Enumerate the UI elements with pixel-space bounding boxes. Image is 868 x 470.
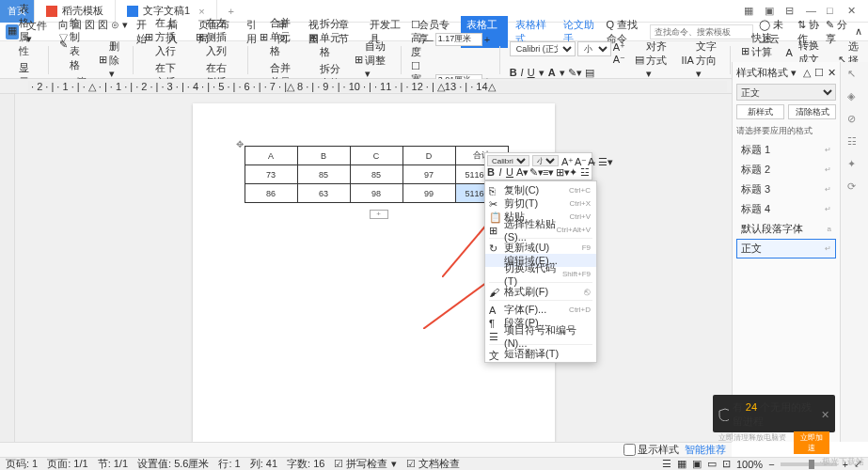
toast-text: 有 24 个无用的残留进程	[733, 400, 817, 429]
sb-limit-icon[interactable]: ⊘	[847, 113, 862, 128]
cell[interactable]: 63	[297, 184, 350, 203]
merge-cells[interactable]: ⊞ 合并单元格	[258, 15, 300, 59]
insert-left[interactable]: ⊞ 在左侧插入列	[194, 15, 238, 59]
col-header[interactable]: D	[402, 147, 455, 165]
col-header[interactable]: B	[297, 147, 350, 165]
view-mode-icon[interactable]: ⊡	[722, 458, 731, 470]
status-doc-check[interactable]: ☑ 文档检查	[406, 457, 460, 470]
underline-icon[interactable]: U	[506, 166, 513, 177]
font-color-icon[interactable]: A▾	[516, 166, 527, 177]
split-cells[interactable]: ⊞ 拆分单元格	[308, 16, 345, 60]
delete[interactable]: ⊞删除 ▾	[97, 39, 123, 81]
grow-font-icon[interactable]: A⁺	[561, 156, 572, 166]
insert-above[interactable]: ⊞ 在上方插入行	[143, 15, 187, 59]
autofit[interactable]: ⊞自动调整 ▾	[353, 39, 391, 81]
box-icon[interactable]: ▣	[765, 5, 778, 18]
cleanup-toast: 有 24 个无用的残留进程 ✕ 立即清理释放电脑资源 立即加速	[713, 395, 835, 432]
panel-opts-icon[interactable]: ☐	[814, 67, 824, 79]
cell[interactable]: 85	[297, 165, 350, 184]
segment-icon[interactable]: ⊟	[785, 5, 798, 18]
cell[interactable]: 85	[350, 165, 402, 184]
style-item[interactable]: 标题 3↵	[736, 180, 836, 199]
panel-close-icon[interactable]: ✕	[828, 67, 836, 79]
ctx-translate[interactable]: 文短语翻译(T)	[485, 347, 596, 360]
cell[interactable]: 73	[245, 165, 297, 184]
show-styles-check[interactable]: 显示样式	[623, 443, 679, 457]
cell[interactable]: 99	[402, 184, 455, 203]
status-row: 行: 1	[218, 457, 240, 470]
mini-size[interactable]: 小四	[532, 155, 559, 166]
search-input[interactable]	[650, 24, 753, 39]
app-icon[interactable]: ▦	[744, 5, 757, 18]
height-input[interactable]	[435, 33, 482, 46]
ctx-bullets[interactable]: ☰项目符号和编号(N)...	[485, 329, 596, 342]
toast-close-icon[interactable]: ✕	[821, 409, 829, 421]
col-header[interactable]: A	[245, 147, 297, 165]
table-properties[interactable]: ▦ 表格属性	[6, 1, 39, 59]
view-mode-icon[interactable]: ▣	[692, 458, 702, 470]
text-direction[interactable]: IIA文字方向 ▾	[679, 39, 719, 81]
font-icon: A	[489, 305, 498, 314]
ctx-format-painter[interactable]: 🖌格式刷(F)⎋	[485, 285, 596, 298]
ctx-paste-special[interactable]: ⊞选择性粘贴(S)...Ctrl+Alt+V	[485, 223, 596, 236]
fontsize-select[interactable]: 小四	[577, 41, 611, 56]
bold-icon[interactable]: B	[487, 166, 495, 177]
status-section: 节: 1/1	[98, 457, 128, 470]
smart-recommend[interactable]: 智能推荐	[685, 443, 726, 457]
ctx-copy[interactable]: ⎘复制(C)Ctrl+C	[485, 183, 596, 196]
mini-font[interactable]: Calibri (西	[487, 155, 529, 166]
draw-table[interactable]: ✎ 绘制表格	[57, 15, 89, 73]
toast-action-button[interactable]: 立即加速	[794, 431, 829, 454]
misc-icon[interactable]: ☳	[580, 166, 590, 177]
align[interactable]: ▤对齐方式 ▾	[633, 39, 671, 81]
style-item[interactable]: 标题 2↵	[736, 160, 836, 180]
ctx-cut[interactable]: ✂剪切(T)Ctrl+X	[485, 196, 596, 210]
col-header[interactable]: C	[350, 147, 402, 165]
font-buttons[interactable]: B I U▾ A▾ ✎▾ ▤	[510, 67, 625, 79]
style-item[interactable]: 标题 4↵	[736, 199, 836, 219]
cell[interactable]: 98	[350, 184, 402, 203]
misc-icon[interactable]: ✦	[569, 166, 577, 177]
status-page: 页码: 1	[6, 457, 38, 470]
ctx-toggle-code[interactable]: 切换域代码(T)Shift+F9	[485, 267, 596, 280]
minimize-icon[interactable]: —	[806, 5, 819, 18]
align-icon[interactable]: ≡▾	[543, 166, 553, 177]
current-style-select[interactable]: 正文	[736, 84, 836, 101]
bullets-icon: ☰	[489, 331, 498, 340]
collapse-ribbon[interactable]: ∧	[855, 25, 862, 38]
clear-format-icon[interactable]: A̶	[588, 156, 595, 166]
maximize-icon[interactable]: □	[827, 5, 840, 18]
zoom-value[interactable]: 100%	[736, 459, 763, 470]
border-icon[interactable]: ⊞▾	[556, 166, 566, 177]
shrink-font-icon[interactable]: A⁻	[575, 156, 585, 166]
view-mode-icon[interactable]: ▦	[677, 458, 687, 470]
sb-tools-icon[interactable]: ✦	[847, 158, 862, 173]
copy-icon: ⎘	[489, 185, 498, 195]
ctx-font[interactable]: A字体(F)...Ctrl+D	[485, 303, 596, 316]
sb-prop-icon[interactable]: ☷	[847, 135, 862, 150]
view-mode-icon[interactable]: ▭	[707, 458, 717, 470]
panel-min-icon[interactable]: △	[803, 67, 811, 79]
list-icon[interactable]: ☰▾	[598, 156, 608, 166]
cell[interactable]: 86	[245, 184, 297, 203]
clear-format-button[interactable]: 清除格式	[788, 104, 836, 119]
status-pos: 设置值: 5.6厘米	[137, 457, 209, 470]
data-table[interactable]: A B C D 合计 73 85 85 97 5116022 86 63 98	[245, 146, 509, 203]
new-style-button[interactable]: 新样式	[736, 104, 784, 119]
italic-icon[interactable]: I	[497, 166, 503, 177]
highlight-icon[interactable]: ✎▾	[529, 166, 540, 177]
style-item[interactable]: 标题 1↵	[736, 140, 836, 160]
zoom-out-icon[interactable]: −	[768, 459, 774, 470]
status-spell[interactable]: ☑ 拼写检查 ▾	[334, 457, 396, 470]
view-mode-icon[interactable]: ☰	[662, 458, 671, 470]
close-icon[interactable]: ✕	[847, 5, 860, 18]
sb-select-icon[interactable]: ↖	[847, 68, 862, 83]
sb-style-icon[interactable]: ◈	[847, 90, 862, 105]
ctx-update-field[interactable]: ↻更新域(U)F9	[485, 241, 596, 254]
add-row-button[interactable]: +	[370, 210, 388, 219]
font-select[interactable]: Calibri (正文)	[510, 41, 576, 56]
sb-backup-icon[interactable]: ⟳	[847, 180, 862, 196]
style-item[interactable]: 默认段落字体a	[736, 219, 836, 239]
style-item-selected[interactable]: 正文↵	[736, 239, 836, 258]
cell[interactable]: 97	[402, 165, 455, 184]
